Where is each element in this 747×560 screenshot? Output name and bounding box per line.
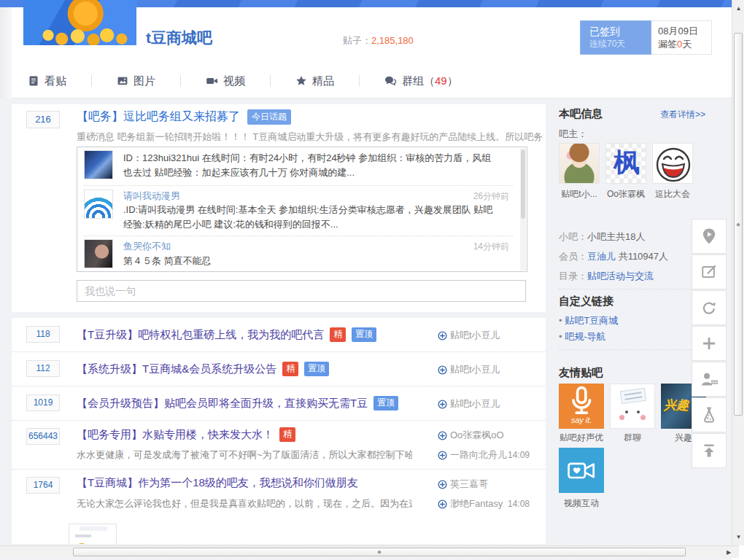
comment-text: ID：123hui321hui 在线时间：有时24小时，有时24秒钟 参加组织：… — [123, 151, 495, 180]
scroll-right-button[interactable] — [721, 548, 737, 557]
signin-date-box: 08月09日 漏签0天 — [651, 20, 712, 55]
compose-icon — [700, 263, 718, 281]
quick-reply-input[interactable] — [77, 280, 526, 302]
friend-forum-name[interactable]: 贴吧好声优 — [556, 432, 607, 444]
horizontal-scroll-thumb[interactable] — [73, 548, 686, 556]
thread-list: 118 【T豆升级】吧特权礼包重磅上线，我为我的吧代言 精 置顶 贴吧t小豆儿 … — [12, 318, 546, 544]
signin-pin-button[interactable] — [692, 219, 727, 254]
category-link[interactable]: 贴吧活动与交流 — [587, 271, 654, 281]
thread-author[interactable]: 贴吧t小豆儿 — [450, 363, 500, 376]
reply-count-badge: 1764 — [26, 477, 60, 494]
vertical-scroll-thumb[interactable] — [734, 33, 743, 416]
comment-author[interactable]: 鱼哭你不知 — [123, 240, 171, 253]
essence-badge: 精 — [330, 327, 346, 342]
tab-posts[interactable]: 看贴 — [28, 74, 66, 88]
thread-author[interactable]: 贴吧t小豆儿 — [450, 329, 500, 342]
laughing-face-icon — [653, 144, 693, 184]
featured-comments-box: ID：123hui321hui 在线时间：有时24小时，有时24秒钟 参加组织：… — [77, 147, 527, 272]
collect-plus-button[interactable] — [692, 326, 727, 361]
signed-in-status: 已签到 — [589, 25, 651, 38]
table-row: 656443 【吧务专用】水贴专用楼，快来发大水！ 精 水水更健康，可是发成海了… — [12, 421, 546, 470]
tab-videos[interactable]: 视频 — [206, 74, 245, 88]
plus-icon — [700, 335, 718, 352]
essence-badge: 精 — [279, 427, 295, 442]
avatar[interactable] — [84, 150, 113, 179]
avatar[interactable] — [84, 239, 113, 268]
tab-featured[interactable]: 精品 — [295, 74, 334, 88]
posts-label: 贴子： — [343, 35, 371, 46]
comment-divider — [84, 185, 513, 186]
signed-in-button[interactable]: 已签到 连续70天 — [580, 20, 651, 55]
user-service-icon — [700, 370, 719, 388]
manager-avatar[interactable]: 枫 — [605, 143, 646, 184]
manager-name[interactable]: Oo张霖枫 — [603, 188, 649, 201]
view-details-link[interactable]: 查看详情>> — [660, 109, 705, 121]
vertical-scrollbar[interactable] — [732, 0, 744, 545]
picture-icon — [117, 75, 128, 87]
reply-count-badge: 118 — [26, 326, 60, 343]
thread-title[interactable]: 【T豆商城】作为第一个18级的吧友，我想说和你们做朋友 — [77, 476, 358, 490]
featured-thread-title[interactable]: 【吧务】逗比吧务组又来招募了 — [77, 109, 240, 125]
friend-forum-tile[interactable]: say it. — [559, 384, 604, 429]
friend-forum-name[interactable]: 群聊 — [607, 432, 658, 444]
last-replier[interactable]: 渺绝Fantasy — [450, 497, 503, 510]
scroll-down-button[interactable] — [734, 531, 743, 542]
avatar[interactable] — [84, 190, 113, 219]
tab-videos-label: 视频 — [223, 74, 245, 88]
reply-count-badge: 216 — [26, 111, 60, 128]
comments-scrollbar[interactable] — [520, 148, 526, 271]
certified-icon — [438, 400, 447, 409]
forum-info-title: 本吧信息 — [559, 107, 603, 121]
experiment-button[interactable] — [692, 397, 727, 432]
manager-avatar[interactable] — [559, 143, 600, 184]
new-post-button[interactable] — [692, 254, 727, 289]
thread-author[interactable]: 英三嘉哥 — [450, 478, 488, 491]
thread-abstract: 水水更健康，可是发成海了被淹了可不好啊~为了版面清洁，所以大家都控制下哈~... — [77, 448, 412, 462]
custom-link[interactable]: 贴吧T豆商城 — [559, 314, 618, 327]
comments-scroll-thumb[interactable] — [521, 149, 525, 219]
manager-name[interactable]: 贴吧t小... — [556, 188, 603, 201]
last-replier[interactable]: 一路向北舟儿 — [450, 448, 507, 462]
comment-text: 第４５条 简直不能忍 — [123, 254, 495, 268]
thread-author[interactable]: Oo张霖枫oO — [450, 429, 504, 442]
forum-nav: 看贴 图片 视频 精品 群组（49） — [12, 64, 732, 98]
certified-icon — [438, 499, 447, 509]
manager-name[interactable]: 逗比大会 — [649, 188, 696, 201]
scroll-up-button[interactable] — [734, 2, 743, 14]
featured-thread-summary: 重磅消息 吧务组新一轮招聘开始啦！！！ T豆商城启动重大升级，将有更多有趣好玩的… — [77, 131, 543, 144]
thread-title[interactable]: 【T豆升级】吧特权礼包重磅上线，我为我的吧代言 — [77, 328, 324, 342]
back-to-top-button[interactable] — [692, 433, 727, 468]
reply-count-badge: 1019 — [26, 394, 60, 411]
thread-title[interactable]: 【吧务专用】水贴专用楼，快来发大水！ — [77, 428, 274, 442]
posts-count-line: 贴子：2,185,180 — [343, 34, 414, 47]
forum-avatar-image[interactable] — [23, 0, 136, 45]
refresh-button[interactable] — [692, 290, 727, 325]
tab-groups-label: 群组（49） — [402, 74, 458, 88]
friend-forum-tile[interactable] — [559, 448, 604, 493]
category-line: 目录：贴吧活动与交流 — [559, 270, 654, 283]
thread-title[interactable]: 【系统升级】T豆商城&会员系统升级公告 — [77, 362, 276, 376]
reply-count-badge: 112 — [26, 360, 60, 377]
friend-forum-tile[interactable] — [610, 384, 655, 429]
comment-author[interactable]: 请叫我动漫男 — [123, 190, 180, 203]
reply-count-badge: 656443 — [26, 428, 60, 445]
member-title-link[interactable]: 豆油儿 — [587, 251, 616, 262]
members-line: 会员：豆油儿 共110947人 — [559, 250, 668, 263]
tab-images[interactable]: 图片 — [117, 74, 155, 88]
posts-count: 2,185,180 — [371, 35, 414, 46]
friend-forum-name[interactable]: 视频互动 — [556, 497, 607, 510]
customer-service-button[interactable] — [692, 362, 727, 397]
thread-title[interactable]: 【会员升级预告】贴吧会员即将全面升级，直接购买无需T豆 — [77, 397, 368, 411]
custom-link[interactable]: 吧规-导航 — [559, 330, 606, 343]
back-to-top-icon — [700, 442, 718, 459]
certified-icon — [438, 331, 447, 341]
thread-author[interactable]: 贴吧t小豆儿 — [450, 397, 500, 411]
thread-thumbnail-image[interactable] — [69, 524, 117, 544]
horizontal-scrollbar[interactable] — [0, 545, 739, 558]
manager-avatar[interactable] — [652, 143, 693, 184]
sticky-badge: 置顶 — [352, 327, 376, 342]
sticky-badge: 置顶 — [304, 362, 329, 376]
pin-play-icon — [700, 228, 718, 245]
comment-text: .ID:请叫我动漫男 在线时间:基本全天 参加组织:生活分类审核志愿者，兴趣发展… — [123, 203, 495, 232]
tab-groups[interactable]: 群组（49） — [384, 74, 458, 88]
